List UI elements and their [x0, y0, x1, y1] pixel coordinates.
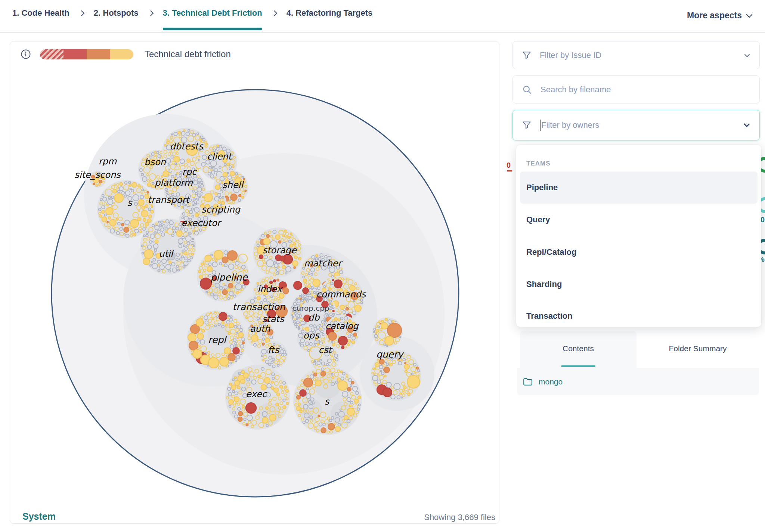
file-circle[interactable]	[270, 281, 273, 284]
file-circle[interactable]	[379, 321, 380, 322]
file-circle[interactable]	[227, 251, 237, 260]
file-circle[interactable]	[321, 428, 326, 433]
file-circle[interactable]	[341, 346, 344, 349]
file-circle[interactable]	[314, 373, 317, 376]
file-circle[interactable]	[274, 388, 279, 393]
file-circle[interactable]	[257, 296, 260, 300]
file-circle[interactable]	[107, 205, 108, 206]
file-circle[interactable]	[204, 194, 213, 202]
file-circle[interactable]	[132, 182, 137, 187]
file-circle[interactable]	[215, 185, 220, 190]
file-circle[interactable]	[187, 159, 191, 163]
file-circle[interactable]	[292, 261, 298, 266]
file-circle[interactable]	[148, 183, 151, 186]
file-circle[interactable]	[225, 324, 227, 326]
file-circle[interactable]	[130, 228, 131, 229]
file-circle[interactable]	[236, 176, 238, 177]
file-circle[interactable]	[300, 298, 301, 300]
file-circle[interactable]	[137, 217, 141, 221]
file-circle[interactable]	[214, 250, 223, 259]
file-circle[interactable]	[384, 375, 386, 377]
file-circle[interactable]	[143, 219, 146, 222]
file-circle[interactable]	[116, 219, 118, 220]
file-circle[interactable]	[233, 347, 239, 354]
file-circle[interactable]	[242, 341, 245, 344]
file-circle[interactable]	[348, 340, 351, 343]
file-circle[interactable]	[332, 279, 334, 281]
file-circle[interactable]	[164, 145, 166, 146]
file-circle[interactable]	[303, 288, 309, 294]
file-circle[interactable]	[147, 192, 149, 194]
file-circle[interactable]	[223, 172, 227, 177]
file-circle[interactable]	[233, 261, 235, 263]
file-circle[interactable]	[258, 375, 261, 378]
file-circle[interactable]	[381, 320, 384, 322]
file-circle[interactable]	[113, 189, 117, 193]
file-circle[interactable]	[143, 258, 150, 265]
file-circle[interactable]	[335, 426, 340, 432]
file-circle[interactable]	[167, 259, 168, 261]
file-circle[interactable]	[328, 423, 335, 430]
file-circle[interactable]	[283, 405, 286, 409]
file-circle[interactable]	[310, 291, 310, 292]
file-circle[interactable]	[217, 145, 219, 147]
file-circle[interactable]	[354, 305, 361, 312]
file-circle[interactable]	[288, 236, 290, 239]
file-circle[interactable]	[333, 310, 334, 312]
file-circle[interactable]	[235, 380, 240, 386]
file-circle[interactable]	[384, 367, 390, 373]
file-circle[interactable]	[282, 265, 285, 269]
file-circle[interactable]	[338, 381, 347, 390]
file-circle[interactable]	[102, 217, 107, 222]
file-circle[interactable]	[202, 330, 205, 332]
file-circle[interactable]	[108, 217, 111, 219]
file-circle[interactable]	[375, 363, 380, 367]
file-circle[interactable]	[349, 405, 351, 407]
owners-filter[interactable]: Filter by owners	[512, 110, 760, 140]
file-circle[interactable]	[151, 185, 154, 188]
contents-list-item-mongo[interactable]: mongo	[517, 368, 759, 395]
file-circle[interactable]	[228, 283, 233, 288]
file-circle[interactable]	[387, 323, 402, 337]
file-circle[interactable]	[340, 371, 343, 373]
file-circle[interactable]	[151, 210, 154, 213]
file-circle[interactable]	[100, 215, 102, 217]
file-circle[interactable]	[215, 260, 217, 262]
file-circle[interactable]	[251, 335, 258, 341]
file-circle[interactable]	[237, 337, 238, 338]
file-circle[interactable]	[207, 266, 213, 272]
file-circle[interactable]	[200, 278, 211, 289]
file-circle[interactable]	[238, 417, 242, 421]
file-circle[interactable]	[228, 353, 235, 361]
file-circle[interactable]	[351, 381, 354, 384]
file-circle[interactable]	[234, 397, 239, 402]
file-circle[interactable]	[238, 332, 244, 338]
file-circle[interactable]	[416, 367, 419, 369]
file-circle[interactable]	[237, 386, 240, 389]
file-circle[interactable]	[284, 386, 287, 389]
file-circle[interactable]	[315, 380, 321, 386]
file-circle[interactable]	[154, 232, 157, 234]
file-circle[interactable]	[114, 194, 123, 202]
file-circle[interactable]	[188, 232, 191, 235]
tab-code-health[interactable]: 1. Code Health	[12, 8, 69, 18]
file-circle[interactable]	[275, 235, 280, 239]
file-circle[interactable]	[245, 190, 246, 191]
owners-option-repl-catalog[interactable]: Repl/Catalog	[520, 236, 758, 268]
file-circle[interactable]	[262, 417, 268, 423]
file-circle[interactable]	[385, 318, 387, 321]
file-circle[interactable]	[271, 381, 274, 384]
file-circle[interactable]	[176, 172, 178, 174]
file-circle[interactable]	[163, 171, 169, 177]
file-circle[interactable]	[242, 405, 244, 408]
file-circle[interactable]	[208, 354, 210, 355]
file-circle[interactable]	[222, 322, 224, 324]
file-circle[interactable]	[358, 396, 361, 399]
file-circle[interactable]	[278, 241, 281, 243]
file-circle[interactable]	[109, 219, 116, 226]
file-circle[interactable]	[400, 393, 402, 395]
file-circle[interactable]	[138, 200, 144, 205]
file-circle[interactable]	[334, 280, 342, 288]
file-circle[interactable]	[381, 322, 388, 329]
file-circle[interactable]	[141, 210, 148, 217]
